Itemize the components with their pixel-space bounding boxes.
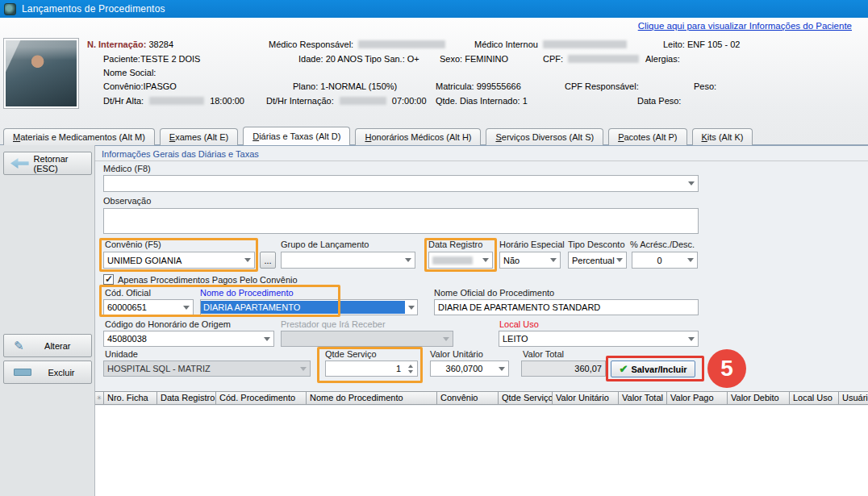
- spin-up-icon[interactable]: [408, 365, 413, 368]
- qtde-servico-stepper[interactable]: 1: [325, 361, 418, 377]
- spinner-buttons[interactable]: [406, 365, 415, 373]
- tab-pacotes[interactable]: Pacotes (Alt P): [608, 128, 686, 145]
- convenio-browse-button[interactable]: ...: [260, 252, 276, 269]
- tab-honorarios-medicos[interactable]: Honorários Médicos (Alt H): [355, 128, 481, 145]
- qtde-servico-value: 1: [326, 364, 406, 373]
- n-internacao-label: N. Internação:: [87, 40, 146, 49]
- grupo-lancamento-combobox[interactable]: [281, 252, 415, 269]
- paciente-value: TESTE 2 DOIS: [140, 54, 201, 64]
- apenas-pagos-checkbox[interactable]: [103, 274, 114, 285]
- qtde-dias-label: Qtde. Dias Internado:: [436, 96, 520, 106]
- convenio-f5-value: UNIMED GOIANIA: [107, 256, 182, 265]
- cod-oficial-label: Cód. Oficial: [105, 288, 151, 298]
- field-nome-social: Nome Social:: [103, 68, 156, 77]
- alergias-label: Alergias:: [645, 54, 680, 64]
- nome-oficial-input[interactable]: DIARIA DE APARTAMENTO STANDARD: [434, 299, 699, 315]
- convenio-f5-combobox[interactable]: UNIMED GOIANIA: [103, 252, 255, 269]
- paciente-label: Paciente:: [103, 54, 140, 64]
- nome-procedimento-combobox[interactable]: DIARIA APARTAMENTO: [200, 299, 418, 315]
- grid-header: ✳ Nro. Ficha Data Registro Cód. Procedim…: [95, 391, 868, 405]
- field-leito: Leito: ENF 105 - 02: [663, 40, 740, 49]
- medico-f8-combobox[interactable]: [103, 175, 699, 192]
- field-dt-alta: Dt/Hr Alta: 18:00:00: [103, 96, 244, 106]
- dt-alta-time: 18:00:00: [210, 96, 244, 106]
- column-usuario[interactable]: Usuário: [839, 392, 868, 404]
- nome-oficial-label: Nome Oficial do Procedimento: [434, 288, 554, 298]
- retornar-button[interactable]: Retornar (ESC): [3, 152, 92, 175]
- n-internacao-value: 38284: [148, 40, 173, 49]
- field-medico-responsavel: Médico Responsável:: [269, 40, 445, 49]
- column-nome-procedimento[interactable]: Nome do Procedimento: [307, 392, 437, 404]
- column-valor-debito[interactable]: Valor Debito: [728, 392, 790, 404]
- chevron-down-icon: [183, 306, 190, 310]
- medico-resp-redacted-value: [358, 40, 445, 48]
- sidebar: [0, 145, 95, 496]
- unidade-combobox: HOSPITAL SQL - MATRIZ: [103, 361, 311, 377]
- unidade-value: HOSPITAL SQL - MATRIZ: [107, 364, 211, 373]
- field-idade: Idade: 20 ANOS: [298, 54, 363, 64]
- dt-alta-label: Dt/Hr Alta:: [103, 96, 144, 106]
- salvar-incluir-label: Salvar/Incluir: [631, 365, 686, 374]
- prestador-combobox: [281, 331, 453, 347]
- tab-diarias-taxas[interactable]: Diárias e Taxas (Alt D): [243, 127, 350, 145]
- column-valor-unitario[interactable]: Valor Unitário: [553, 392, 619, 404]
- salvar-incluir-button[interactable]: ✔ Salvar/Incluir: [611, 361, 695, 377]
- field-paciente: Paciente:TESTE 2 DOIS: [103, 54, 200, 64]
- field-sexo: Sexo: FEMININO: [440, 54, 508, 64]
- column-nro-ficha[interactable]: Nro. Ficha: [104, 392, 157, 404]
- apenas-pagos-label: Apenas Procedimentos Pagos Pelo Convênio: [118, 275, 298, 285]
- valor-unitario-label: Valor Unitário: [430, 349, 483, 359]
- valor-unitario-combobox[interactable]: 360,0700: [430, 361, 509, 377]
- field-n-internacao: N. Internação: 38284: [87, 40, 173, 49]
- field-medico-internou: Médico Internou: [474, 40, 627, 49]
- column-convenio[interactable]: Convênio: [437, 392, 499, 404]
- column-data-registro[interactable]: Data Registro: [157, 392, 216, 404]
- grid-empty-area[interactable]: [95, 406, 868, 496]
- column-valor-pago[interactable]: Valor Pago: [667, 392, 728, 404]
- excluir-button[interactable]: Excluir: [3, 361, 92, 384]
- column-local-uso[interactable]: Local Uso: [790, 392, 839, 404]
- data-registro-label: Data Registro: [428, 240, 482, 249]
- chevron-down-icon: [550, 258, 557, 262]
- excluir-label: Excluir: [40, 368, 83, 377]
- cod-honorario-combobox[interactable]: 45080038: [103, 331, 274, 347]
- tipo-desconto-label: Tipo Desconto: [568, 240, 625, 249]
- local-uso-combobox[interactable]: LEITO: [499, 331, 699, 347]
- data-registro-redacted-value: [432, 256, 473, 265]
- observacao-input[interactable]: [103, 208, 699, 234]
- patient-photo: [4, 39, 78, 108]
- chevron-down-icon: [482, 258, 489, 262]
- medico-f8-label: Médico (F8): [103, 164, 151, 173]
- tab-materiais-medicamentos[interactable]: Materiais e Medicamentos (Alt M): [3, 128, 155, 145]
- plano-value: 1-NORMAL (150%): [320, 81, 397, 91]
- column-qtde-servico[interactable]: Qtde Serviço: [499, 392, 553, 404]
- alterar-button[interactable]: ✎ Alterar: [3, 334, 92, 357]
- tab-kits[interactable]: Kits (Alt K): [692, 128, 753, 145]
- leito-value: ENF 105 - 02: [687, 40, 740, 49]
- acresc-desc-combobox[interactable]: 0: [632, 252, 698, 269]
- dt-internacao-redacted-date: [340, 97, 386, 105]
- data-registro-combobox[interactable]: [428, 252, 493, 269]
- spin-down-icon[interactable]: [408, 370, 413, 373]
- convenio-value: IPASGO: [144, 81, 177, 91]
- horario-especial-value: Não: [503, 256, 520, 265]
- patient-info-link[interactable]: Clique aqui para visualizar Informações …: [638, 21, 852, 31]
- tab-exames[interactable]: Exames (Alt E): [160, 128, 238, 145]
- leito-label: Leito:: [663, 40, 685, 49]
- chevron-down-icon: [264, 337, 270, 341]
- column-valor-total[interactable]: Valor Total: [619, 392, 667, 404]
- field-qtde-dias: Qtde. Dias Internado: 1: [436, 96, 528, 106]
- unidade-label: Unidade: [105, 349, 138, 359]
- cod-oficial-combobox[interactable]: 60000651: [103, 299, 194, 315]
- horario-especial-combobox[interactable]: Não: [499, 252, 561, 269]
- sexo-label: Sexo:: [440, 54, 462, 64]
- pencil-icon: ✎: [14, 339, 24, 353]
- tab-servicos-diversos[interactable]: Serviços Diversos (Alt S): [486, 128, 603, 145]
- field-convenio: Convênio:IPASGO: [103, 81, 177, 91]
- valor-total-label: Valor Total: [523, 349, 564, 359]
- column-cod-procedimento[interactable]: Cód. Procedimento: [216, 392, 307, 404]
- chevron-down-icon: [499, 367, 505, 371]
- local-uso-label: Local Uso: [499, 319, 539, 329]
- plano-label: Plano:: [293, 81, 318, 91]
- tipo-desconto-combobox[interactable]: Percentual: [568, 252, 627, 269]
